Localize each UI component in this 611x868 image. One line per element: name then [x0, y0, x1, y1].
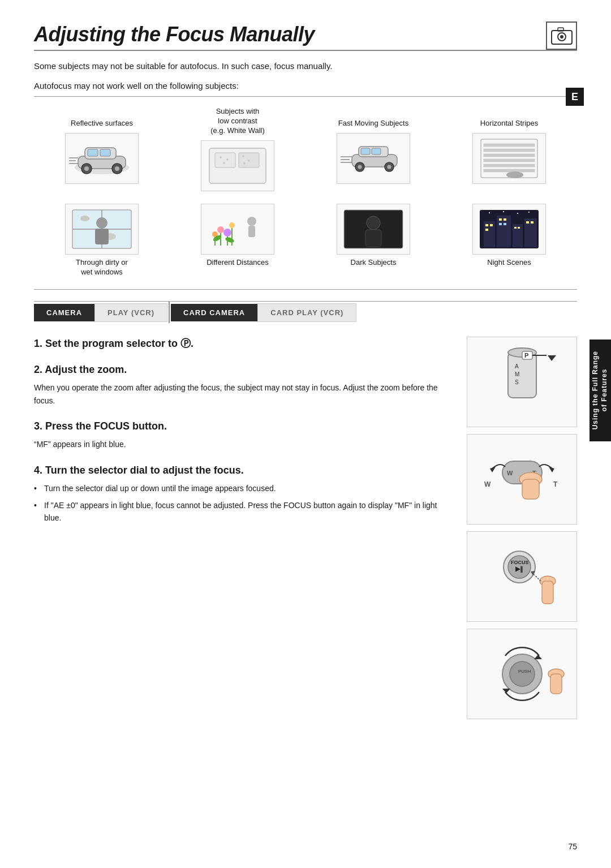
svg-point-83: [503, 211, 504, 212]
svg-marker-101: [549, 467, 554, 472]
svg-text:S: S: [515, 379, 519, 385]
svg-rect-74: [499, 218, 502, 221]
subject-night-scenes: Night Scenes: [441, 200, 577, 281]
svg-point-84: [517, 213, 518, 214]
mode-bar: CAMERA PLAY (VCR) CARD CAMERA CARD PLAY …: [34, 301, 577, 323]
e-badge: E: [566, 88, 584, 106]
side-tab-text: Using the Full Rangeof Features: [591, 351, 609, 429]
svg-point-24: [243, 162, 246, 165]
svg-marker-115: [534, 655, 542, 659]
subjects-grid-top: Reflective surfaces: [34, 104, 577, 195]
svg-point-62: [225, 236, 235, 243]
svg-marker-116: [502, 689, 510, 693]
svg-rect-7: [88, 149, 98, 156]
subject-label-reflective: Reflective surfaces: [71, 107, 133, 128]
svg-rect-72: [490, 224, 493, 226]
mode-btn-card-play-vcr[interactable]: CARD PLAY (VCR): [257, 303, 356, 322]
svg-rect-81: [531, 221, 533, 224]
svg-text:T: T: [553, 480, 558, 488]
svg-rect-79: [518, 227, 520, 229]
subject-horizontal-stripes: Horizontal Stripes: [441, 104, 577, 195]
step-1-image: A M S P: [467, 337, 577, 427]
svg-point-20: [226, 158, 229, 161]
svg-point-55: [229, 222, 235, 228]
svg-rect-41: [484, 164, 535, 167]
svg-rect-75: [504, 218, 506, 221]
instructions-col: 1. Set the program selector to Ⓟ. 2. Adj…: [34, 337, 455, 719]
svg-text:▶‖: ▶‖: [515, 565, 523, 573]
intro-text: Some subjects may not be suitable for au…: [34, 61, 577, 71]
svg-rect-17: [215, 153, 235, 167]
subject-label-dirty-windows: Through dirty orwet windows: [76, 258, 128, 277]
svg-point-82: [489, 212, 490, 213]
subject-img-night-scenes: [472, 204, 546, 255]
mode-separator: [169, 302, 170, 323]
mode-btn-camera[interactable]: CAMERA: [34, 304, 94, 321]
svg-rect-76: [499, 223, 502, 225]
subject-dark-subjects: Dark Subjects: [306, 200, 441, 281]
subject-dirty-windows: Through dirty orwet windows: [34, 200, 170, 281]
step-1-heading: 1. Set the program selector to Ⓟ.: [34, 337, 455, 350]
svg-marker-100: [490, 467, 496, 472]
mode-btn-play-vcr[interactable]: PLAY (VCR): [94, 303, 167, 322]
step-3-image: FOCUS ▶‖: [467, 531, 577, 622]
subject-label-different-distances: Different Distances: [206, 258, 269, 268]
step-4: 4. Turn the selector dial to adjust the …: [34, 465, 455, 525]
step-4-image: PUSH: [467, 629, 577, 719]
step-2-image: W T W T: [467, 434, 577, 525]
subjects-grid-bottom: Through dirty orwet windows: [34, 200, 577, 281]
mode-btn-card-camera[interactable]: CARD CAMERA: [171, 304, 257, 321]
svg-rect-50: [95, 229, 109, 244]
svg-rect-38: [484, 149, 535, 152]
svg-rect-118: [550, 674, 562, 694]
subject-img-dark-subjects: [337, 204, 410, 255]
step-4-bullet-1: Turn the selector dial up or down until …: [34, 482, 455, 495]
subject-img-reflective: [65, 133, 139, 184]
svg-point-113: [510, 661, 535, 686]
subject-img-horizontal-stripes: [472, 133, 546, 184]
svg-point-51: [247, 217, 256, 226]
svg-text:P: P: [524, 352, 528, 359]
svg-text:M: M: [515, 371, 519, 377]
subjects-section: Reflective surfaces: [34, 96, 577, 290]
step-3-body: “MF” appears in light blue.: [34, 438, 455, 450]
svg-text:W: W: [484, 480, 491, 488]
svg-point-3: [560, 35, 563, 38]
svg-rect-42: [484, 169, 535, 172]
subject-img-low-contrast: [201, 140, 274, 191]
svg-point-30: [358, 165, 362, 169]
page-container: Adjusting the Focus Manually Some subjec…: [0, 0, 611, 868]
step-4-bullets: Turn the selector dial up or down until …: [34, 482, 455, 525]
svg-rect-99: [522, 479, 539, 499]
svg-rect-77: [504, 223, 506, 225]
autofocus-note: Autofocus may not work well on the follo…: [34, 81, 577, 91]
svg-rect-109: [542, 581, 553, 604]
subject-label-fast-moving: Fast Moving Subjects: [338, 107, 408, 128]
svg-point-49: [96, 217, 107, 229]
svg-rect-52: [248, 226, 255, 237]
svg-marker-93: [548, 355, 556, 361]
step-2-heading: 2. Adjust the zoom.: [34, 364, 455, 376]
svg-rect-71: [485, 224, 488, 226]
subject-label-horizontal-stripes: Horizontal Stripes: [480, 107, 539, 128]
side-tab: Using the Full Rangeof Features: [590, 340, 611, 441]
svg-rect-73: [485, 229, 488, 231]
svg-point-53: [217, 226, 224, 233]
page-number: 75: [568, 842, 577, 851]
svg-point-10: [84, 166, 89, 171]
svg-point-57: [223, 229, 231, 237]
svg-rect-8: [100, 149, 110, 156]
step-4-bullet-2: If "AE ±0" appears in light blue, focus …: [34, 499, 455, 525]
step-4-heading: 4. Turn the selector dial to adjust the …: [34, 465, 455, 476]
svg-text:FOCUS: FOCUS: [511, 560, 529, 565]
svg-point-23: [248, 160, 250, 162]
title-underline: [34, 50, 577, 51]
svg-point-19: [220, 156, 222, 158]
step-3-heading: 3. Press the FOCUS button.: [34, 420, 455, 432]
images-col: A M S P W T: [467, 337, 577, 719]
svg-rect-27: [361, 148, 370, 154]
subject-img-different-distances: [201, 204, 274, 255]
step-2-body: When you operate the zoom after adjustin…: [34, 381, 455, 407]
svg-text:PUSH: PUSH: [518, 669, 531, 674]
step-2: 2. Adjust the zoom. When you operate the…: [34, 364, 455, 407]
